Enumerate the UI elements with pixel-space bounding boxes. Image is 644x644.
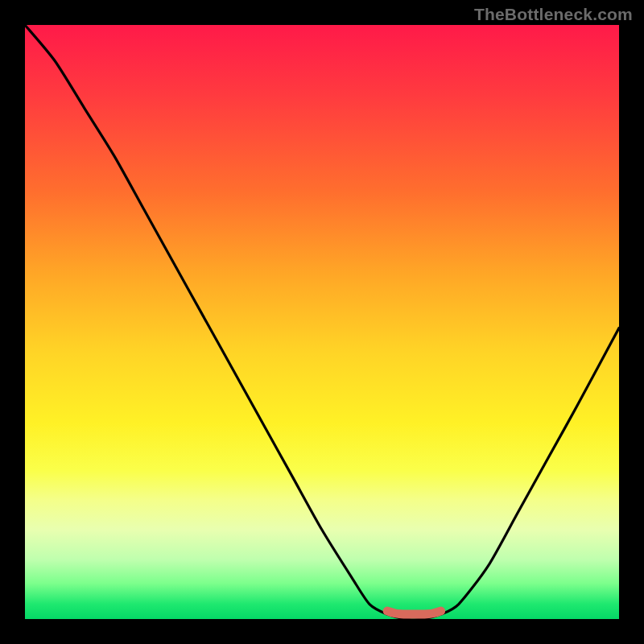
plateau-marker: [387, 611, 440, 614]
chart-frame: TheBottleneck.com: [0, 0, 644, 644]
curve-group: [25, 25, 619, 620]
bottleneck-curve-path: [25, 25, 619, 620]
bottleneck-curve-layer: [0, 0, 644, 644]
watermark-text: TheBottleneck.com: [474, 5, 633, 24]
